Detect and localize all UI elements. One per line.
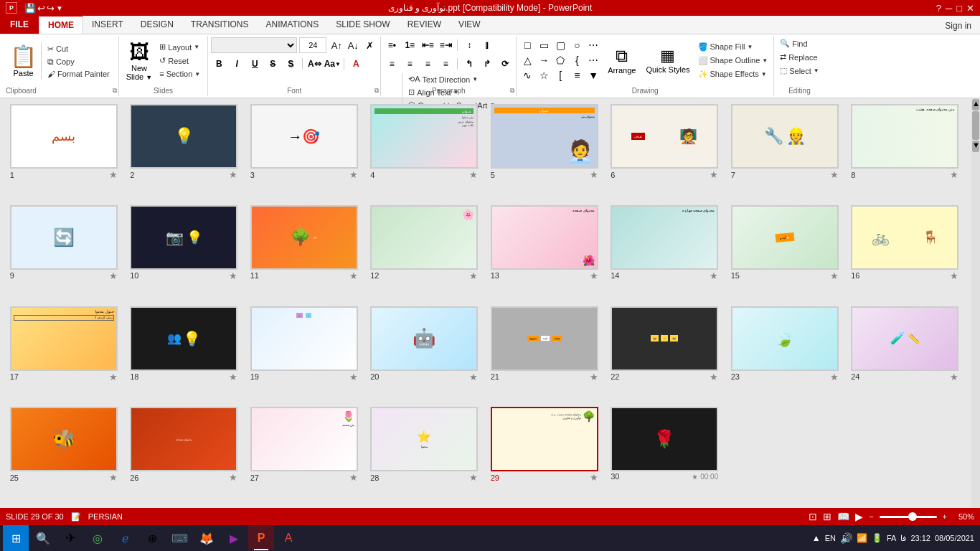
slide-star[interactable]: ★ <box>710 270 718 281</box>
slide-thumbnail[interactable]: 🔧👷 <box>731 104 839 169</box>
slide-star[interactable]: ★ <box>109 169 118 180</box>
slide-star[interactable]: ★ <box>710 372 718 382</box>
slide-item[interactable]: جدول محتواردیف 1|ردیف 217★ <box>6 306 122 402</box>
slide-star[interactable]: ★ <box>349 372 358 382</box>
scrollbar-up[interactable]: ▲ <box>972 99 979 110</box>
scrollbar[interactable]: ▲ ▼ <box>971 98 980 508</box>
slide-star[interactable]: ★ <box>950 169 958 180</box>
maximize-button[interactable]: □ <box>956 3 962 14</box>
slide-thumbnail[interactable]: مفهومایدههدف <box>491 306 598 371</box>
sign-in-button[interactable]: Sign in <box>936 18 980 34</box>
slide-thumbnail[interactable]: 🐝 <box>10 407 118 471</box>
clipboard-expand[interactable]: ⧉ <box>113 87 117 95</box>
slide-star[interactable]: ★ <box>830 169 839 180</box>
slide-thumbnail[interactable]: 🌷متن صفحه <box>250 407 358 471</box>
slide-item[interactable]: →🎯3★ <box>246 104 362 199</box>
shape-fill-button[interactable]: 🪣 Shape Fill ▼ <box>695 41 771 53</box>
taskbar-acrobat[interactable]: A <box>275 526 301 550</box>
slide-star[interactable]: ★ <box>229 472 237 483</box>
slide-item[interactable]: 💥ایده15★ <box>727 205 843 301</box>
slide-thumbnail[interactable]: 🌳متن <box>250 205 358 270</box>
slide-item[interactable]: 🧪📏24★ <box>847 306 963 402</box>
eq-shape[interactable]: ≡ <box>569 68 585 83</box>
strikethrough-button[interactable]: S <box>265 56 281 72</box>
taskbar-powerpoint[interactable]: P <box>248 526 274 550</box>
slide-thumbnail[interactable]: 💥ایده <box>731 205 839 270</box>
more-shapes[interactable]: ⋯ <box>585 38 601 52</box>
slide-item[interactable]: متن محتوای صفحه هشت8★ <box>847 104 963 199</box>
font-size-input[interactable] <box>299 37 326 53</box>
clear-formatting[interactable]: ✗ <box>362 37 377 53</box>
slide-thumbnail[interactable]: 📦→📦 <box>611 306 718 371</box>
slide-thumbnail[interactable]: 👥💡 <box>130 306 237 371</box>
slide-item[interactable]: 🐝25★ <box>6 407 122 502</box>
tab-review[interactable]: REVIEW <box>399 15 450 34</box>
zoom-thumb[interactable] <box>908 512 917 521</box>
indent-dec[interactable]: ⇤≡ <box>420 37 435 53</box>
slide-thumbnail[interactable]: جدول محتواردیف 1|ردیف 2 <box>10 306 118 371</box>
slide-star[interactable]: ★ <box>710 169 718 180</box>
taskbar-ie[interactable]: ℯ <box>112 526 138 550</box>
slide-thumbnail[interactable]: 🌸 <box>370 205 478 270</box>
slide-thumbnail[interactable]: عنوانمتن محتوامحتوای درسنکات مهم <box>370 104 478 169</box>
zoom-out-btn[interactable]: − <box>869 512 873 521</box>
taskbar-media[interactable]: ▶ <box>221 526 247 550</box>
slide-item[interactable]: 🌳محتوای صفحه بیست و نهنوآوری و فناوری29★ <box>486 407 603 502</box>
slide-thumbnail[interactable]: محتوای صفحه🌺 <box>491 205 598 270</box>
tab-view[interactable]: VIEW <box>450 15 489 34</box>
slide-item[interactable]: 🌹30★ 00:00 <box>607 407 723 502</box>
taskbar-keyboard[interactable]: ⌨ <box>166 526 192 550</box>
taskbar-search[interactable]: 🔍 <box>30 526 56 550</box>
help-button[interactable]: ? <box>936 3 941 14</box>
slide-item[interactable]: هدف🧑‍🏫6★ <box>607 104 723 199</box>
slide-thumbnail[interactable]: 🌳محتوای صفحه بیست و نهنوآوری و فناوری <box>491 407 598 471</box>
tab-slideshow[interactable]: SLIDE SHOW <box>327 15 398 34</box>
slide-star[interactable]: ★ <box>349 472 358 483</box>
align-center[interactable]: ≡ <box>402 56 418 72</box>
font-name-select[interactable] <box>211 37 297 53</box>
slideshow-icon[interactable]: ▶ <box>855 511 863 522</box>
tab-design[interactable]: DESIGN <box>132 15 182 34</box>
format-painter-button[interactable]: 🖌 Format Painter <box>44 68 113 80</box>
taskbar-chrome-alt[interactable]: ◎ <box>85 526 110 550</box>
slide-star[interactable]: ★ <box>469 372 478 382</box>
oval-shape[interactable]: ○ <box>569 38 585 52</box>
tab-home[interactable]: HOME <box>39 15 83 34</box>
slide-star[interactable]: ★ <box>830 270 839 281</box>
slide-item[interactable]: عنوانمتن محتوامحتوای درسنکات مهم4★ <box>367 104 483 199</box>
slide-star[interactable]: ★ <box>469 169 478 180</box>
italic-button[interactable]: I <box>229 56 245 72</box>
indent-inc[interactable]: ≡⇥ <box>438 37 453 53</box>
save-qat-button[interactable]: 💾 <box>24 3 36 14</box>
slide-thumbnail[interactable]: متن محتوای صفحه هشت <box>851 104 958 169</box>
align-justify[interactable]: ≡ <box>438 56 453 72</box>
slide-item[interactable]: 🍃23★ <box>727 306 843 402</box>
decrease-font-size[interactable]: A↓ <box>345 37 361 53</box>
slide-item[interactable]: 💡2★ <box>126 104 242 199</box>
font-color-button[interactable]: A <box>348 56 364 72</box>
slide-sorter-icon[interactable]: ⊞ <box>823 511 831 522</box>
increase-font-size[interactable]: A↑ <box>329 37 344 53</box>
ltr-text[interactable]: ↱ <box>479 56 495 72</box>
arrow-shape[interactable]: → <box>536 53 552 67</box>
slide-thumbnail[interactable]: 📷💡 <box>130 205 237 270</box>
shadow-button[interactable]: S <box>283 56 298 72</box>
slide-star[interactable]: ★ <box>229 169 237 180</box>
arrange-button[interactable]: ⧉ Arrange <box>603 44 641 77</box>
taskbar-telegram[interactable]: ✈ <box>57 526 83 550</box>
slide-item[interactable]: ⭐محتوا28★ <box>367 407 483 502</box>
layout-button[interactable]: ⊞ Layout ▼ <box>156 41 203 53</box>
slide-item[interactable]: عنوانمحتوای متن🧑‍💼5★ <box>486 104 603 199</box>
zoom-level[interactable]: 50% <box>953 512 974 521</box>
taskbar-chrome[interactable]: ⊕ <box>139 526 165 550</box>
line-spacing[interactable]: ↕ <box>461 37 477 53</box>
slide-item[interactable]: 🌷متن صفحه27★ <box>246 407 362 502</box>
slide-thumbnail[interactable]: عنوانمحتوای متن🧑‍💼 <box>491 104 598 169</box>
section-button[interactable]: ≡ Section ▼ <box>156 68 203 80</box>
select-button[interactable]: ⬚ Select ▼ <box>777 65 822 77</box>
slide-thumbnail[interactable]: ○○ <box>250 306 358 371</box>
slide-star[interactable]: ★ <box>590 472 598 483</box>
slide-star[interactable]: ★ <box>349 270 358 281</box>
shape-outline-button[interactable]: ⬜ Shape Outline ▼ <box>695 55 771 67</box>
slide-star[interactable]: ★ <box>830 372 839 382</box>
